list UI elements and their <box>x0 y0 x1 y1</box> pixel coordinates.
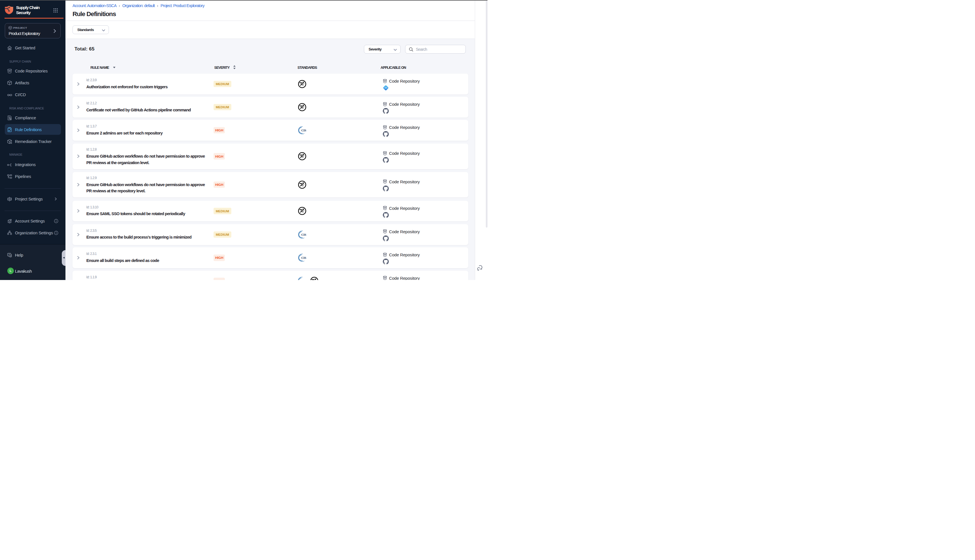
svg-text:CIS: CIS <box>301 256 306 259</box>
svg-text:</>: </> <box>384 87 387 89</box>
svg-text:CIS: CIS <box>301 279 306 280</box>
svg-text:CIS: CIS <box>301 128 306 132</box>
svg-text:?: ? <box>8 253 10 256</box>
svg-text:CIS: CIS <box>301 233 306 236</box>
